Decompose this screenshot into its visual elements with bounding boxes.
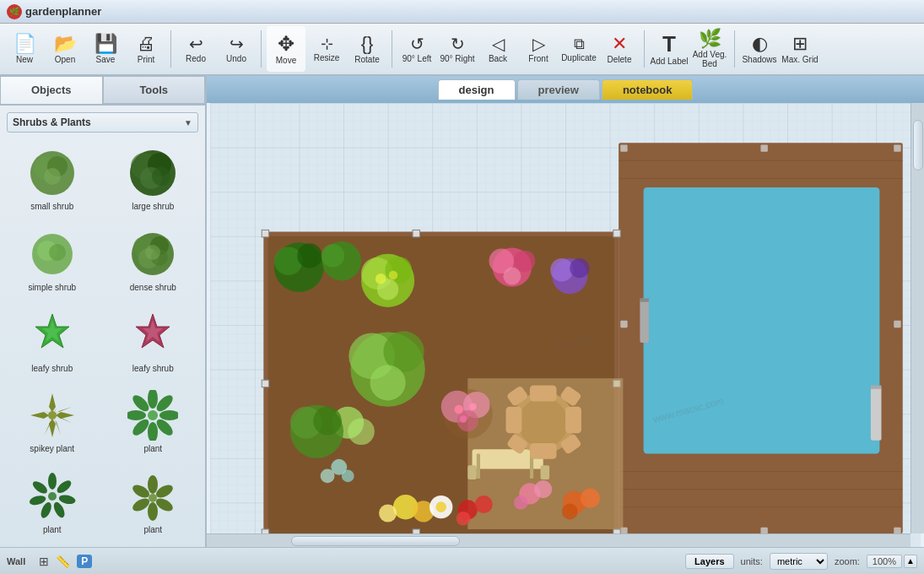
add-veg-bed-button[interactable]: 🌿 Add Veg. Bed <box>690 26 729 72</box>
plant-label: plant <box>43 525 62 534</box>
svg-rect-125 <box>541 465 550 479</box>
duplicate-button[interactable]: ⧉ Duplicate <box>559 26 598 72</box>
print-button[interactable]: 🖨 Print <box>127 26 165 72</box>
redo-icon: ↩ <box>189 35 203 52</box>
svg-point-91 <box>297 243 322 268</box>
shadows-button[interactable]: ◐ Shadows <box>740 26 779 72</box>
tab-preview[interactable]: preview <box>517 79 600 100</box>
shadows-icon: ◐ <box>752 35 768 53</box>
resize-label: Resize <box>314 53 340 62</box>
svg-point-54 <box>149 494 157 502</box>
svg-rect-130 <box>530 386 557 402</box>
resize-icon: ⊹ <box>321 36 333 51</box>
tab-tools[interactable]: Tools <box>103 76 206 104</box>
list-item[interactable]: large shrub <box>105 143 203 220</box>
plant-image <box>126 469 180 523</box>
category-label: Shrubs & Plants <box>13 116 91 128</box>
plant-label: leafy shrub <box>31 364 73 373</box>
svg-point-37 <box>127 410 146 420</box>
new-button[interactable]: 📄 New <box>5 26 44 72</box>
svg-marker-23 <box>56 412 74 419</box>
tab-notebook[interactable]: notebook <box>602 79 694 100</box>
add-label-button[interactable]: T Add Label <box>650 26 689 72</box>
grid-icon[interactable]: ⊞ <box>39 555 49 568</box>
content-area: design preview notebook <box>207 76 924 547</box>
svg-point-121 <box>469 403 476 410</box>
layers-button[interactable]: Layers <box>685 554 733 569</box>
move-button[interactable]: ✥ Move <box>267 26 305 72</box>
svg-point-147 <box>534 480 552 498</box>
svg-marker-24 <box>49 419 56 437</box>
tab-objects[interactable]: Objects <box>0 76 103 104</box>
scrollbar-horizontal[interactable] <box>207 533 910 547</box>
category-dropdown[interactable]: Shrubs & Plants ▼ <box>7 112 198 133</box>
svg-point-129 <box>518 398 568 447</box>
svg-rect-80 <box>262 230 268 236</box>
sidebar-tabs: Objects Tools <box>0 76 205 106</box>
svg-point-8 <box>152 167 170 186</box>
units-select[interactable]: metric imperial <box>770 553 828 570</box>
p-icon[interactable]: P <box>77 555 92 568</box>
canvas-area[interactable]: Mac天客 www.macsc.com <box>207 103 924 547</box>
app-logo: 🌿 gardenplanner <box>7 4 101 19</box>
save-button[interactable]: 💾 Save <box>86 26 125 72</box>
svg-marker-25 <box>30 412 49 419</box>
back-button[interactable]: ◁ Back <box>478 26 517 72</box>
list-item[interactable]: dense shrub <box>105 224 203 301</box>
rotate-button[interactable]: {} Rotate <box>348 26 386 72</box>
front-button[interactable]: ▷ Front <box>519 26 558 72</box>
app-title: gardenplanner <box>25 5 101 18</box>
list-item[interactable]: leafy shrub <box>3 305 101 382</box>
plant-label: leafy shrub <box>132 364 174 373</box>
list-item[interactable]: plant <box>105 466 203 544</box>
svg-point-45 <box>28 494 46 506</box>
delete-button[interactable]: ✕ Delete <box>600 26 639 72</box>
svg-point-31 <box>148 390 158 409</box>
scrollbar-thumb-h[interactable] <box>291 536 460 546</box>
list-item[interactable]: plant <box>3 466 101 544</box>
rotate-right-button[interactable]: ↻ 90° Right <box>438 26 477 72</box>
svg-rect-70 <box>620 144 627 151</box>
undo-icon: ↪ <box>230 35 244 52</box>
separator-5 <box>734 30 735 68</box>
svg-point-142 <box>435 501 446 512</box>
svg-rect-77 <box>894 321 900 328</box>
list-item[interactable]: plant <box>105 385 203 463</box>
svg-rect-62 <box>640 298 649 301</box>
list-item[interactable]: simple shrub <box>3 224 101 301</box>
open-button[interactable]: 📂 Open <box>46 26 84 72</box>
front-icon: ▷ <box>532 35 545 52</box>
svg-point-154 <box>342 469 354 482</box>
redo-button[interactable]: ↩ Redo <box>176 26 215 72</box>
save-icon: 💾 <box>95 35 117 53</box>
svg-point-48 <box>148 475 158 494</box>
zoom-up-button[interactable]: ▲ <box>904 555 917 568</box>
rotate-icon: {} <box>361 35 374 53</box>
rotate-left-button[interactable]: ↺ 90° Left <box>397 26 436 72</box>
max-grid-button[interactable]: ⊞ Max. Grid <box>781 26 819 72</box>
plant-image <box>25 388 79 442</box>
svg-point-41 <box>55 479 73 495</box>
svg-point-47 <box>48 492 57 501</box>
svg-rect-71 <box>760 144 767 151</box>
plant-image <box>25 146 79 200</box>
svg-rect-82 <box>613 230 620 236</box>
add-veg-bed-label: Add Veg. Bed <box>690 50 729 68</box>
resize-button[interactable]: ⊹ Resize <box>307 26 346 72</box>
toolbar: 📄 New 📂 Open 💾 Save 🖨 Print ↩ Redo ↪ Und… <box>0 24 924 76</box>
list-item[interactable]: leafy shrub <box>105 305 203 382</box>
list-item[interactable]: small shrub <box>3 143 101 220</box>
undo-button[interactable]: ↪ Undo <box>217 26 256 72</box>
leafy-shrub-2-svg <box>127 310 178 360</box>
svg-point-153 <box>321 468 335 483</box>
plant-grid: small shrub large shrub <box>0 139 205 547</box>
list-item[interactable]: spikey plant <box>3 385 101 463</box>
open-label: Open <box>55 55 75 64</box>
move-label: Move <box>276 56 296 65</box>
scrollbar-thumb-v[interactable] <box>913 120 923 171</box>
tab-design[interactable]: design <box>438 79 516 100</box>
separator-1 <box>170 30 171 68</box>
content-tabs: design preview notebook <box>207 76 924 103</box>
ruler-icon[interactable]: 📏 <box>56 555 70 568</box>
scrollbar-vertical[interactable] <box>910 103 924 533</box>
